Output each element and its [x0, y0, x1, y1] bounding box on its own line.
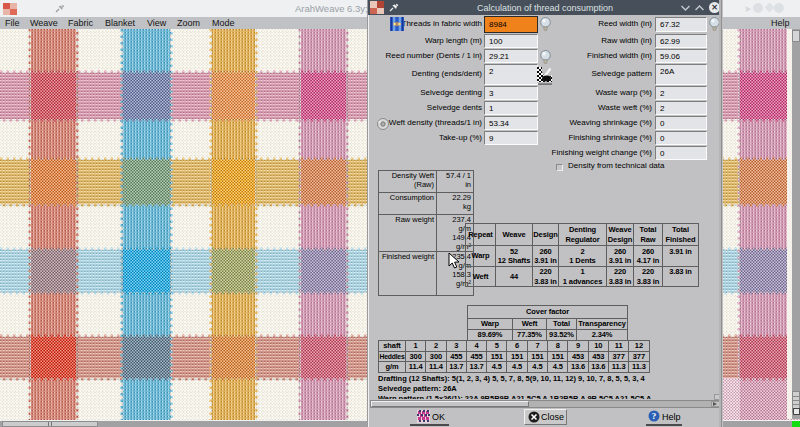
svg-text:?: ? [652, 411, 657, 421]
